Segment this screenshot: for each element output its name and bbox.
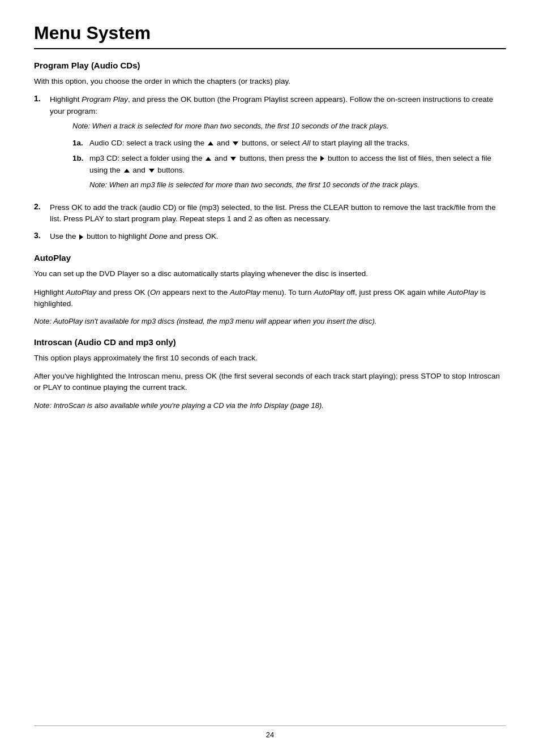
introscan-note: Note: IntroScan is also available while … (34, 401, 506, 411)
sub-item-1b-row: 1b. mp3 CD: select a folder using the an… (72, 153, 506, 177)
right-arrow-1b (320, 156, 324, 161)
page-title: Menu System (34, 23, 506, 44)
step-3: 3. Use the button to highlight Done and … (34, 231, 506, 243)
sub-item-1a-row: 1a. Audio CD: select a track using the a… (72, 138, 506, 149)
sub-item-1b-label: 1b. (72, 153, 89, 165)
autoplay-heading: AutoPlay (34, 253, 506, 263)
up-arrow-1b-1 (205, 157, 211, 161)
down-arrow-1b-2 (149, 169, 155, 173)
sub-item-1b-content: mp3 CD: select a folder using the and bu… (89, 153, 506, 177)
step-2-content: Press OK to add the track (audio CD) or … (50, 202, 506, 226)
step-2: 2. Press OK to add the track (audio CD) … (34, 202, 506, 226)
down-arrow-1a-1 (233, 141, 238, 145)
down-arrow-1b-1 (230, 157, 236, 161)
step-2-number: 2. (34, 202, 50, 211)
section-introscan: Introscan (Audio CD and mp3 only) This o… (34, 337, 506, 411)
step-1-number: 1. (34, 94, 50, 103)
page-footer: 24 (34, 725, 506, 739)
autoplay-para-1: You can set up the DVD Player so a disc … (34, 268, 506, 280)
right-arrow-step3 (79, 234, 83, 240)
autoplay-note: Note: AutoPlay isn't available for mp3 d… (34, 316, 506, 327)
sub-item-1a-label: 1a. (72, 138, 89, 149)
sub-item-1a-content: Audio CD: select a track using the and b… (89, 138, 506, 149)
introscan-heading: Introscan (Audio CD and mp3 only) (34, 337, 506, 347)
page-number: 24 (266, 731, 274, 739)
sub-item-1a-note-before: Note: When a track is selected for more … (72, 121, 506, 132)
sub-item-1a: Note: When a track is selected for more … (72, 121, 506, 149)
sub-item-1b: 1b. mp3 CD: select a folder using the an… (72, 153, 506, 191)
introscan-para-2: After you've highlighted the Introscan m… (34, 371, 506, 394)
autoplay-para-2: Highlight AutoPlay and press OK (On appe… (34, 287, 506, 310)
section-program-play: Program Play (Audio CDs) With this optio… (34, 61, 506, 243)
introscan-para-1: This option plays approximately the firs… (34, 353, 506, 364)
up-arrow-1a-1 (208, 141, 213, 145)
note-1b: Note: When an mp3 file is selected for m… (89, 180, 506, 191)
up-arrow-1b-2 (124, 169, 130, 173)
section-autoplay: AutoPlay You can set up the DVD Player s… (34, 253, 506, 327)
program-play-heading: Program Play (Audio CDs) (34, 61, 506, 70)
program-play-intro: With this option, you choose the order i… (34, 76, 506, 87)
step-3-number: 3. (34, 231, 50, 240)
step-1-content: Highlight Program Play, and press the OK… (50, 94, 506, 196)
step-3-content: Use the button to highlight Done and pre… (50, 231, 506, 243)
step-1: 1. Highlight Program Play, and press the… (34, 94, 506, 196)
title-divider (34, 48, 506, 49)
